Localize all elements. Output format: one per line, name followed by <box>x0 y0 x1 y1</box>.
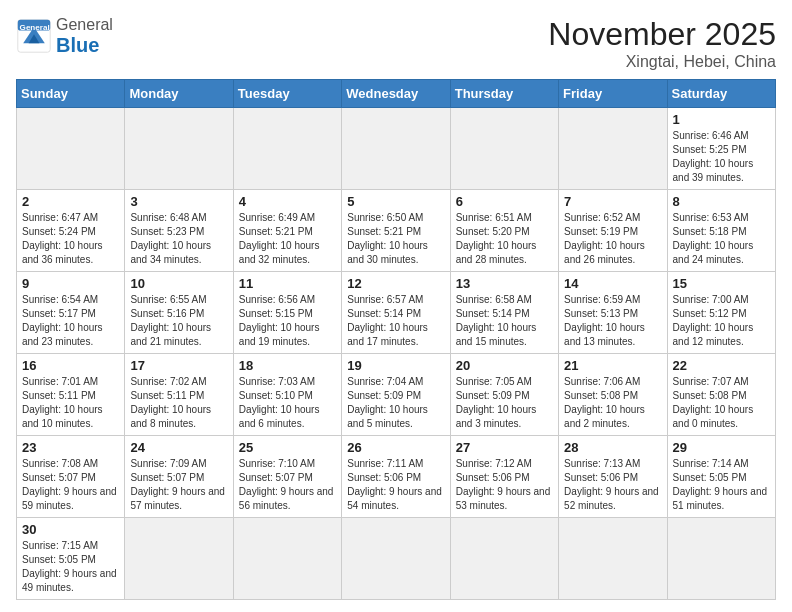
day-number: 28 <box>564 440 661 455</box>
calendar-cell: 1Sunrise: 6:46 AM Sunset: 5:25 PM Daylig… <box>667 108 775 190</box>
day-info: Sunrise: 7:05 AM Sunset: 5:09 PM Dayligh… <box>456 375 553 431</box>
calendar-cell <box>233 108 341 190</box>
title-block: November 2025 Xingtai, Hebei, China <box>548 16 776 71</box>
calendar-cell <box>233 518 341 600</box>
day-number: 7 <box>564 194 661 209</box>
week-row-3: 16Sunrise: 7:01 AM Sunset: 5:11 PM Dayli… <box>17 354 776 436</box>
calendar-cell: 6Sunrise: 6:51 AM Sunset: 5:20 PM Daylig… <box>450 190 558 272</box>
day-number: 17 <box>130 358 227 373</box>
calendar-cell: 19Sunrise: 7:04 AM Sunset: 5:09 PM Dayli… <box>342 354 450 436</box>
day-info: Sunrise: 6:49 AM Sunset: 5:21 PM Dayligh… <box>239 211 336 267</box>
calendar-cell: 25Sunrise: 7:10 AM Sunset: 5:07 PM Dayli… <box>233 436 341 518</box>
calendar-table: SundayMondayTuesdayWednesdayThursdayFrid… <box>16 79 776 600</box>
calendar-cell: 4Sunrise: 6:49 AM Sunset: 5:21 PM Daylig… <box>233 190 341 272</box>
day-number: 11 <box>239 276 336 291</box>
day-number: 29 <box>673 440 770 455</box>
day-info: Sunrise: 6:56 AM Sunset: 5:15 PM Dayligh… <box>239 293 336 349</box>
day-info: Sunrise: 7:06 AM Sunset: 5:08 PM Dayligh… <box>564 375 661 431</box>
calendar-cell: 8Sunrise: 6:53 AM Sunset: 5:18 PM Daylig… <box>667 190 775 272</box>
calendar-cell: 30Sunrise: 7:15 AM Sunset: 5:05 PM Dayli… <box>17 518 125 600</box>
day-number: 25 <box>239 440 336 455</box>
calendar-cell: 7Sunrise: 6:52 AM Sunset: 5:19 PM Daylig… <box>559 190 667 272</box>
day-info: Sunrise: 7:07 AM Sunset: 5:08 PM Dayligh… <box>673 375 770 431</box>
calendar-cell: 20Sunrise: 7:05 AM Sunset: 5:09 PM Dayli… <box>450 354 558 436</box>
day-number: 16 <box>22 358 119 373</box>
day-header-friday: Friday <box>559 80 667 108</box>
logo-text: General Blue <box>56 16 113 56</box>
day-header-thursday: Thursday <box>450 80 558 108</box>
day-info: Sunrise: 7:15 AM Sunset: 5:05 PM Dayligh… <box>22 539 119 595</box>
logo-blue: Blue <box>56 34 113 56</box>
day-info: Sunrise: 7:10 AM Sunset: 5:07 PM Dayligh… <box>239 457 336 513</box>
day-number: 27 <box>456 440 553 455</box>
calendar-cell <box>450 518 558 600</box>
calendar-cell <box>559 108 667 190</box>
day-info: Sunrise: 6:48 AM Sunset: 5:23 PM Dayligh… <box>130 211 227 267</box>
day-info: Sunrise: 6:57 AM Sunset: 5:14 PM Dayligh… <box>347 293 444 349</box>
day-info: Sunrise: 6:59 AM Sunset: 5:13 PM Dayligh… <box>564 293 661 349</box>
day-number: 12 <box>347 276 444 291</box>
calendar-cell: 27Sunrise: 7:12 AM Sunset: 5:06 PM Dayli… <box>450 436 558 518</box>
calendar-cell <box>667 518 775 600</box>
calendar-body: 1Sunrise: 6:46 AM Sunset: 5:25 PM Daylig… <box>17 108 776 600</box>
day-number: 23 <box>22 440 119 455</box>
day-number: 30 <box>22 522 119 537</box>
calendar-cell: 24Sunrise: 7:09 AM Sunset: 5:07 PM Dayli… <box>125 436 233 518</box>
calendar-cell <box>559 518 667 600</box>
day-number: 24 <box>130 440 227 455</box>
day-header-monday: Monday <box>125 80 233 108</box>
calendar-cell: 10Sunrise: 6:55 AM Sunset: 5:16 PM Dayli… <box>125 272 233 354</box>
day-number: 26 <box>347 440 444 455</box>
day-number: 21 <box>564 358 661 373</box>
day-number: 4 <box>239 194 336 209</box>
day-info: Sunrise: 6:47 AM Sunset: 5:24 PM Dayligh… <box>22 211 119 267</box>
calendar-title: November 2025 <box>548 16 776 53</box>
calendar-cell: 14Sunrise: 6:59 AM Sunset: 5:13 PM Dayli… <box>559 272 667 354</box>
calendar-cell: 9Sunrise: 6:54 AM Sunset: 5:17 PM Daylig… <box>17 272 125 354</box>
day-info: Sunrise: 7:13 AM Sunset: 5:06 PM Dayligh… <box>564 457 661 513</box>
calendar-cell: 15Sunrise: 7:00 AM Sunset: 5:12 PM Dayli… <box>667 272 775 354</box>
calendar-cell <box>125 108 233 190</box>
week-row-0: 1Sunrise: 6:46 AM Sunset: 5:25 PM Daylig… <box>17 108 776 190</box>
calendar-cell <box>450 108 558 190</box>
day-info: Sunrise: 6:55 AM Sunset: 5:16 PM Dayligh… <box>130 293 227 349</box>
calendar-cell: 18Sunrise: 7:03 AM Sunset: 5:10 PM Dayli… <box>233 354 341 436</box>
calendar-cell <box>125 518 233 600</box>
calendar-cell: 29Sunrise: 7:14 AM Sunset: 5:05 PM Dayli… <box>667 436 775 518</box>
day-info: Sunrise: 7:00 AM Sunset: 5:12 PM Dayligh… <box>673 293 770 349</box>
calendar-cell: 17Sunrise: 7:02 AM Sunset: 5:11 PM Dayli… <box>125 354 233 436</box>
day-number: 15 <box>673 276 770 291</box>
day-number: 20 <box>456 358 553 373</box>
day-info: Sunrise: 6:50 AM Sunset: 5:21 PM Dayligh… <box>347 211 444 267</box>
week-row-4: 23Sunrise: 7:08 AM Sunset: 5:07 PM Dayli… <box>17 436 776 518</box>
calendar-cell <box>342 518 450 600</box>
calendar-cell: 13Sunrise: 6:58 AM Sunset: 5:14 PM Dayli… <box>450 272 558 354</box>
week-row-5: 30Sunrise: 7:15 AM Sunset: 5:05 PM Dayli… <box>17 518 776 600</box>
logo-general: General <box>56 16 113 34</box>
day-header-wednesday: Wednesday <box>342 80 450 108</box>
page-header: General General Blue November 2025 Xingt… <box>16 16 776 71</box>
calendar-cell: 11Sunrise: 6:56 AM Sunset: 5:15 PM Dayli… <box>233 272 341 354</box>
calendar-cell: 23Sunrise: 7:08 AM Sunset: 5:07 PM Dayli… <box>17 436 125 518</box>
day-number: 14 <box>564 276 661 291</box>
calendar-cell: 2Sunrise: 6:47 AM Sunset: 5:24 PM Daylig… <box>17 190 125 272</box>
calendar-subtitle: Xingtai, Hebei, China <box>548 53 776 71</box>
day-number: 6 <box>456 194 553 209</box>
day-info: Sunrise: 7:03 AM Sunset: 5:10 PM Dayligh… <box>239 375 336 431</box>
week-row-2: 9Sunrise: 6:54 AM Sunset: 5:17 PM Daylig… <box>17 272 776 354</box>
day-number: 5 <box>347 194 444 209</box>
day-number: 13 <box>456 276 553 291</box>
calendar-cell <box>17 108 125 190</box>
day-info: Sunrise: 7:08 AM Sunset: 5:07 PM Dayligh… <box>22 457 119 513</box>
day-number: 22 <box>673 358 770 373</box>
calendar-cell: 22Sunrise: 7:07 AM Sunset: 5:08 PM Dayli… <box>667 354 775 436</box>
day-number: 3 <box>130 194 227 209</box>
day-header-sunday: Sunday <box>17 80 125 108</box>
day-info: Sunrise: 6:58 AM Sunset: 5:14 PM Dayligh… <box>456 293 553 349</box>
calendar-cell: 16Sunrise: 7:01 AM Sunset: 5:11 PM Dayli… <box>17 354 125 436</box>
day-info: Sunrise: 7:12 AM Sunset: 5:06 PM Dayligh… <box>456 457 553 513</box>
day-number: 18 <box>239 358 336 373</box>
day-header-saturday: Saturday <box>667 80 775 108</box>
logo-icon: General <box>16 18 52 54</box>
day-info: Sunrise: 7:11 AM Sunset: 5:06 PM Dayligh… <box>347 457 444 513</box>
